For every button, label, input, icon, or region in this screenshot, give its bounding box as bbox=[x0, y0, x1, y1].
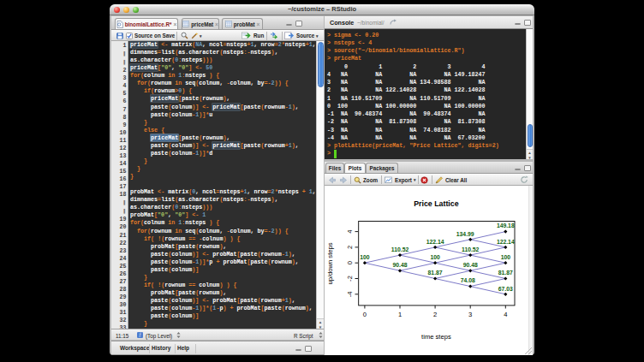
svg-text:110.52: 110.52 bbox=[462, 246, 480, 252]
svg-text:up/down steps: up/down steps bbox=[326, 242, 334, 284]
svg-text:122.14: 122.14 bbox=[426, 239, 444, 245]
svg-text:122.14: 122.14 bbox=[497, 239, 515, 245]
svg-text:74.08: 74.08 bbox=[461, 277, 475, 283]
svg-text:110.52: 110.52 bbox=[391, 246, 409, 252]
svg-text:3: 3 bbox=[468, 311, 472, 318]
svg-text:-4: -4 bbox=[346, 291, 354, 297]
svg-text:2: 2 bbox=[346, 246, 354, 249]
svg-text:81.87: 81.87 bbox=[428, 270, 443, 276]
svg-text:100: 100 bbox=[501, 254, 511, 260]
svg-text:100: 100 bbox=[430, 254, 440, 260]
svg-text:Price Lattice: Price Lattice bbox=[414, 199, 458, 208]
svg-text:-2: -2 bbox=[346, 276, 354, 282]
svg-text:1: 1 bbox=[398, 311, 402, 318]
svg-text:90.48: 90.48 bbox=[392, 262, 407, 268]
svg-text:4: 4 bbox=[504, 311, 507, 318]
svg-text:2: 2 bbox=[433, 311, 437, 318]
svg-text:149.18: 149.18 bbox=[497, 223, 515, 228]
svg-text:4: 4 bbox=[346, 229, 354, 233]
svg-text:90.48: 90.48 bbox=[463, 262, 478, 268]
svg-text:0: 0 bbox=[346, 261, 354, 264]
svg-text:0: 0 bbox=[363, 311, 367, 318]
svg-text:81.87: 81.87 bbox=[498, 270, 513, 276]
svg-text:134.99: 134.99 bbox=[456, 231, 474, 237]
svg-text:time steps: time steps bbox=[421, 333, 451, 341]
svg-text:67.03: 67.03 bbox=[498, 286, 513, 292]
svg-text:100: 100 bbox=[360, 254, 370, 260]
